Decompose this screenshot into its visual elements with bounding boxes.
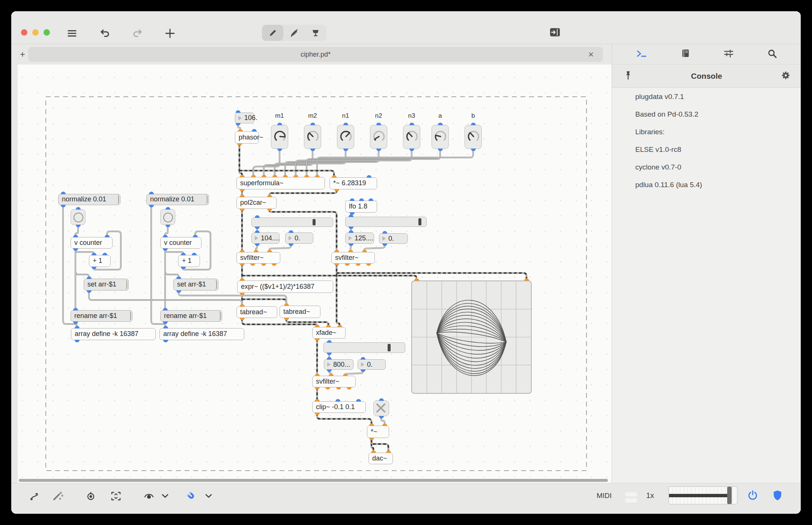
inlet[interactable] [348,250,353,252]
inlet[interactable] [356,399,361,402]
inlet[interactable] [267,195,272,197]
node-bangA[interactable] [71,209,86,225]
fit-to-screen-button[interactable] [108,489,123,504]
inlet[interactable] [349,214,353,217]
inlet[interactable] [382,423,387,426]
inlet[interactable] [337,325,342,327]
node-vcA[interactable]: v counter [71,237,113,249]
node-knob-a[interactable] [432,125,449,149]
inlet[interactable] [293,175,298,177]
node-svfR[interactable]: svfilter~ [331,252,375,264]
node-xfade[interactable]: xfade~ [312,327,346,339]
inlet[interactable] [251,175,256,177]
node-setA[interactable]: set arr-$1 [84,279,129,291]
inlet[interactable] [192,253,197,255]
inlet[interactable] [284,303,289,306]
inlet[interactable] [386,450,391,453]
node-plusA[interactable]: + 1 [89,255,111,267]
toggle-sidebar-button[interactable] [550,28,560,37]
inlet[interactable] [367,175,371,178]
inlet[interactable] [255,215,260,218]
inlet[interactable] [471,123,476,125]
node-num800[interactable]: 800... [324,359,353,370]
slider-handle[interactable] [418,218,421,225]
node-knob-n1[interactable] [337,125,354,149]
inlet[interactable] [176,276,181,279]
inlet[interactable] [335,399,340,402]
center-view-button[interactable] [83,489,98,504]
inlet[interactable] [368,198,373,201]
inlet[interactable] [349,230,353,233]
inlet[interactable] [310,123,315,125]
node-dac[interactable]: dac~ [368,453,393,464]
node-knob-n3[interactable] [403,125,420,149]
node-num106[interactable]: 106. [235,112,254,123]
tab-search[interactable] [767,49,777,60]
node-num104[interactable]: 104.... [251,232,280,244]
edit-mode-button[interactable] [262,25,283,41]
inlet[interactable] [163,326,168,328]
inlet[interactable] [326,325,331,327]
patch-canvas[interactable]: 106.phasor~m1m2n1n2n3absuperformula~*~ 6… [18,64,612,483]
inlet[interactable] [240,195,245,197]
close-window-button[interactable] [21,29,27,36]
inlet[interactable] [236,110,241,113]
inlet[interactable] [92,253,96,255]
inlet[interactable] [315,175,320,177]
oversampling-label[interactable]: 1x [646,491,654,500]
inlet[interactable] [327,357,332,360]
inlet[interactable] [371,450,376,453]
inlet[interactable] [315,374,320,376]
node-renameA[interactable]: rename arr-$1 [71,310,132,322]
volume-handle[interactable] [727,487,732,504]
tab-console[interactable] [636,49,647,60]
inlet[interactable] [524,278,529,281]
node-superformula[interactable]: superformula~ [236,177,325,189]
inlet[interactable] [304,175,309,177]
inlet[interactable] [267,250,272,252]
node-sliderL[interactable] [251,218,333,227]
inlet[interactable] [73,308,78,310]
new-object-button[interactable] [164,28,176,39]
redo-button[interactable] [131,28,144,39]
inlet[interactable] [73,235,78,237]
node-num125[interactable]: 125.... [345,232,374,244]
inlet[interactable] [272,175,277,177]
inlet[interactable] [252,129,257,132]
inlet[interactable] [343,374,348,376]
node-num0b[interactable]: 0. [379,233,408,244]
node-num0a[interactable]: 0. [285,232,313,244]
new-tab-button[interactable]: + [17,48,29,61]
node-arrayB[interactable]: array define -k 16387 [159,328,244,340]
inlet[interactable] [240,175,245,177]
inlet[interactable] [149,192,154,194]
node-setB[interactable]: set arr-$1 [173,279,218,291]
node-lfo[interactable]: lfo 1.8 [345,201,377,213]
node-renameB[interactable]: rename arr-$1 [160,310,222,322]
node-clip[interactable]: clip~ -0.1 0.1 [312,401,366,413]
inlet[interactable] [87,276,92,279]
volume-slider[interactable] [669,486,738,504]
inlet[interactable] [376,123,381,125]
node-tabreadR[interactable]: tabread~ [280,306,320,318]
inlet[interactable] [193,235,198,237]
inlet[interactable] [61,192,66,194]
inlet[interactable] [379,398,384,401]
tab-parameters[interactable] [723,49,734,60]
node-sliderB[interactable] [323,342,405,353]
node-toggle[interactable] [373,400,389,416]
tab-documentation[interactable] [681,49,690,60]
slider-handle[interactable] [313,219,316,225]
node-num0c[interactable]: 0. [358,359,386,370]
console-settings-button[interactable] [781,70,791,82]
inlet[interactable] [254,250,259,252]
protect-button[interactable] [770,488,785,503]
inlet[interactable] [359,198,364,201]
node-star2[interactable]: *~ [367,426,389,438]
node-knob-m2[interactable] [304,125,321,149]
slider-handle[interactable] [388,344,391,351]
inlet[interactable] [76,207,81,210]
inlet[interactable] [283,175,288,177]
inlet[interactable] [240,304,245,307]
node-sliderR[interactable] [345,217,427,227]
